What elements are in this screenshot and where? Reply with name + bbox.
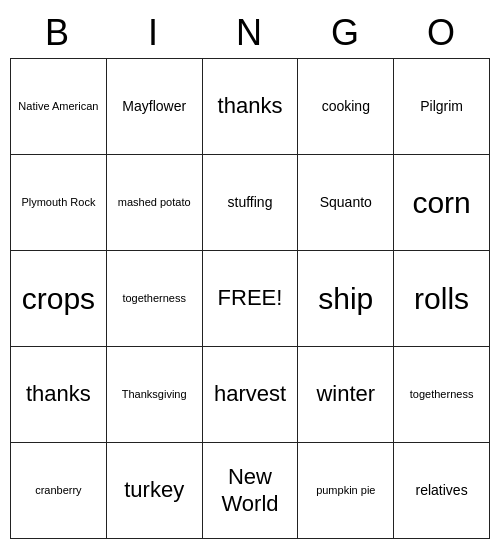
cell-r4-c3[interactable]: pumpkin pie (298, 443, 394, 539)
cell-text-r4-c2: New World (206, 464, 295, 517)
cell-text-r4-c1: turkey (124, 477, 184, 503)
cell-r0-c1[interactable]: Mayflower (107, 59, 203, 155)
cell-text-r3-c2: harvest (214, 381, 286, 407)
cell-r1-c2[interactable]: stuffing (203, 155, 299, 251)
bingo-card: BINGO Native AmericanMayflowerthankscook… (10, 8, 490, 539)
cell-text-r2-c0: crops (22, 281, 95, 317)
cell-r4-c4[interactable]: relatives (394, 443, 490, 539)
cell-r3-c3[interactable]: winter (298, 347, 394, 443)
cell-r4-c2[interactable]: New World (203, 443, 299, 539)
cell-r4-c1[interactable]: turkey (107, 443, 203, 539)
cell-r3-c0[interactable]: thanks (11, 347, 107, 443)
cell-r1-c1[interactable]: mashed potato (107, 155, 203, 251)
cell-text-r1-c4: corn (412, 185, 470, 221)
bingo-grid: Native AmericanMayflowerthankscookingPil… (10, 58, 490, 539)
cell-r2-c4[interactable]: rolls (394, 251, 490, 347)
cell-r0-c2[interactable]: thanks (203, 59, 299, 155)
cell-text-r2-c2: FREE! (218, 285, 283, 311)
cell-r0-c4[interactable]: Pilgrim (394, 59, 490, 155)
cell-text-r0-c1: Mayflower (122, 98, 186, 115)
cell-r2-c2[interactable]: FREE! (203, 251, 299, 347)
cell-text-r3-c3: winter (316, 381, 375, 407)
header-letter-N: N (202, 8, 298, 58)
cell-r2-c3[interactable]: ship (298, 251, 394, 347)
cell-text-r3-c4: togetherness (410, 388, 474, 401)
cell-text-r0-c3: cooking (322, 98, 370, 115)
bingo-header: BINGO (10, 8, 490, 58)
cell-text-r3-c0: thanks (26, 381, 91, 407)
header-letter-G: G (298, 8, 394, 58)
cell-r2-c0[interactable]: crops (11, 251, 107, 347)
cell-text-r4-c4: relatives (416, 482, 468, 499)
cell-r3-c1[interactable]: Thanksgiving (107, 347, 203, 443)
cell-r2-c1[interactable]: togetherness (107, 251, 203, 347)
cell-text-r2-c4: rolls (414, 281, 469, 317)
cell-text-r0-c0: Native American (18, 100, 98, 113)
header-letter-B: B (10, 8, 106, 58)
header-letter-O: O (394, 8, 490, 58)
cell-r0-c3[interactable]: cooking (298, 59, 394, 155)
cell-r0-c0[interactable]: Native American (11, 59, 107, 155)
cell-text-r2-c1: togetherness (122, 292, 186, 305)
cell-text-r4-c3: pumpkin pie (316, 484, 375, 497)
cell-text-r1-c2: stuffing (228, 194, 273, 211)
cell-text-r3-c1: Thanksgiving (122, 388, 187, 401)
cell-text-r4-c0: cranberry (35, 484, 81, 497)
cell-r1-c0[interactable]: Plymouth Rock (11, 155, 107, 251)
cell-text-r0-c2: thanks (218, 93, 283, 119)
cell-text-r1-c3: Squanto (320, 194, 372, 211)
cell-r3-c2[interactable]: harvest (203, 347, 299, 443)
cell-r3-c4[interactable]: togetherness (394, 347, 490, 443)
cell-r1-c4[interactable]: corn (394, 155, 490, 251)
cell-text-r0-c4: Pilgrim (420, 98, 463, 115)
cell-r4-c0[interactable]: cranberry (11, 443, 107, 539)
header-letter-I: I (106, 8, 202, 58)
cell-text-r2-c3: ship (318, 281, 373, 317)
cell-text-r1-c0: Plymouth Rock (21, 196, 95, 209)
cell-r1-c3[interactable]: Squanto (298, 155, 394, 251)
cell-text-r1-c1: mashed potato (118, 196, 191, 209)
